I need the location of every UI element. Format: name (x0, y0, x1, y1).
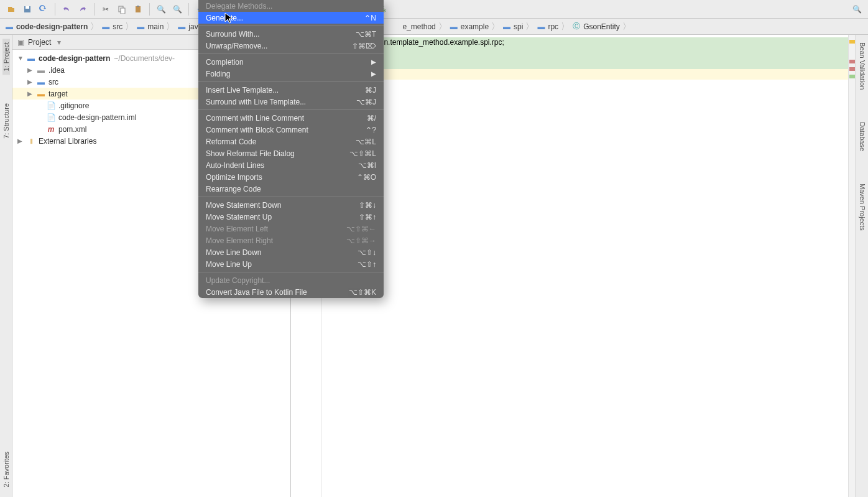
main-toolbar: ✂ 🔍 🔍 ↶ ⚙ ? ⁂ 🔍 (0, 0, 868, 19)
menu-item[interactable]: Rearrange Code (198, 183, 384, 195)
menu-shortcut: ⇧⌘↑ (359, 213, 376, 221)
search-icon[interactable]: 🔍 (849, 2, 864, 17)
paste-icon[interactable] (131, 2, 145, 17)
menu-item-label: Move Line Down (206, 248, 261, 257)
menu-separator (198, 272, 384, 272)
menu-item[interactable]: Comment with Line Comment⌘/ (198, 112, 384, 124)
tab-database[interactable]: Database (859, 118, 866, 155)
tab-project[interactable]: 1: Project (2, 39, 10, 75)
menu-item[interactable]: Insert Live Template...⌘J (198, 84, 384, 96)
menu-item[interactable]: Surround With...⌥⌘T (198, 28, 384, 40)
breadcrumb-item[interactable]: ▬src (100, 22, 124, 31)
marker-strip (848, 35, 856, 497)
menu-item[interactable]: Move Line Up⌥⇧↑ (198, 258, 384, 270)
menu-item[interactable]: Folding▶ (198, 68, 384, 80)
menu-item-label: Comment with Line Comment (206, 114, 304, 123)
breadcrumb-item[interactable]: ▬code-design-pattern (4, 22, 89, 31)
menu-item[interactable]: Unwrap/Remove...⇧⌘⌦ (198, 40, 384, 52)
menu-item[interactable]: Show Reformat File Dialog⌥⇧⌘L (198, 147, 384, 159)
menu-item-label: Comment with Block Comment (206, 126, 308, 134)
menu-item[interactable]: Comment with Block Comment⌃? (198, 124, 384, 136)
svg-rect-5 (137, 6, 139, 7)
menu-item-label: Surround With... (206, 30, 260, 39)
menu-item: Move Element Right⌥⇧⌘→ (198, 235, 384, 246)
breadcrumb-item[interactable]: ▬main (135, 22, 165, 31)
menu-item[interactable]: Generate...⌃N (198, 12, 384, 24)
menu-item[interactable]: Auto-Indent Lines⌥⌘I (198, 159, 384, 171)
submenu-arrow-icon: ▶ (371, 70, 376, 77)
menu-item-label: Show Reformat File Dialog (206, 149, 295, 158)
breadcrumb-item[interactable]: ▬rpc (535, 22, 560, 31)
menu-shortcut: ⌃⌘O (357, 173, 376, 182)
menu-item[interactable]: Completion▶ (198, 56, 384, 68)
collapse-icon[interactable]: ▣ (17, 38, 24, 47)
menu-shortcut: ⌥⇧⌘L (349, 149, 376, 158)
menu-item-label: Reformat Code (206, 137, 256, 146)
error-marker[interactable] (849, 60, 855, 63)
tab-bean-validation[interactable]: Bean Validation (859, 39, 866, 93)
undo-icon[interactable] (59, 2, 74, 17)
breadcrumb-item[interactable]: ⒸGsonEntity (571, 22, 621, 31)
dropdown-icon[interactable]: ▾ (57, 38, 61, 47)
right-tool-strip: Bean Validation Database Maven Projects (856, 35, 868, 497)
menu-item-label: Delegate Methods... (206, 2, 272, 11)
redo-icon[interactable] (75, 2, 90, 17)
save-icon[interactable] (20, 2, 35, 17)
menu-shortcut: ⌃N (364, 14, 376, 22)
submenu-arrow-icon: ▶ (371, 58, 376, 65)
tab-favorites[interactable]: 2: Favorites (2, 448, 10, 491)
menu-item-label: Folding (206, 70, 230, 78)
menu-item-label: Insert Live Template... (206, 86, 279, 95)
info-marker[interactable] (849, 75, 855, 78)
menu-item: Delegate Methods... (198, 0, 384, 12)
tab-maven[interactable]: Maven Projects (859, 180, 866, 235)
menu-separator (198, 109, 384, 110)
menu-shortcut: ⌥⇧↑ (358, 260, 376, 269)
menu-separator (198, 53, 384, 54)
zoom-out-icon[interactable]: 🔍 (170, 2, 185, 17)
menu-item-label: Surround with Live Template... (206, 98, 306, 106)
menu-separator (198, 197, 384, 197)
copy-icon[interactable] (114, 2, 129, 17)
breadcrumb-bar: ▬code-design-pattern〉 ▬src〉 ▬main〉 ▬java… (0, 19, 868, 35)
breadcrumb-item[interactable]: ▬spi (501, 22, 524, 31)
menu-shortcut: ⌥⌘J (356, 98, 376, 106)
menu-item-label: Update Copyright... (206, 276, 270, 285)
svg-rect-3 (121, 8, 125, 14)
svg-rect-1 (25, 6, 29, 9)
menu-item[interactable]: Move Statement Up⇧⌘↑ (198, 211, 384, 223)
cut-icon[interactable]: ✂ (98, 2, 113, 17)
menu-separator (198, 81, 384, 82)
panel-title: Project (28, 38, 51, 47)
warning-marker[interactable] (849, 40, 855, 44)
breadcrumb-item[interactable]: e_method (401, 22, 436, 31)
menu-item[interactable]: Surround with Live Template...⌥⌘J (198, 96, 384, 108)
zoom-in-icon[interactable]: 🔍 (154, 2, 169, 17)
menu-shortcut: ⌘J (365, 86, 376, 95)
menu-shortcut: ⌃? (366, 126, 376, 134)
menu-item-label: Move Line Up (206, 260, 252, 269)
sync-icon[interactable] (36, 2, 51, 17)
separator (94, 3, 95, 16)
menu-item-label: Rearrange Code (206, 185, 261, 193)
menu-item[interactable]: Optimize Imports⌃⌘O (198, 171, 384, 183)
menu-item[interactable]: Reformat Code⌥⌘L (198, 136, 384, 147)
separator (188, 3, 189, 16)
open-icon[interactable] (4, 2, 19, 17)
menu-item[interactable]: Convert Java File to Kotlin File⌥⇧⌘K (198, 286, 384, 298)
separator (55, 3, 55, 16)
menu-shortcut: ⌥⇧⌘K (349, 288, 376, 297)
menu-shortcut: ⌥⇧⌘← (346, 225, 376, 233)
menu-item-label: Completion (206, 58, 244, 67)
menu-shortcut: ⌘/ (367, 114, 376, 123)
menu-item[interactable]: Move Statement Down⇧⌘↓ (198, 199, 384, 211)
code-area[interactable]: .lianggzone.design.template_method.examp… (322, 35, 848, 497)
breadcrumb-item[interactable]: ▬example (448, 22, 490, 31)
menu-item-label: Move Element Right (206, 236, 273, 245)
error-marker[interactable] (849, 67, 855, 71)
menu-item[interactable]: Move Line Down⌥⇧↓ (198, 246, 384, 258)
menu-shortcut: ⇧⌘⌦ (352, 42, 376, 50)
menu-item-label: Optimize Imports (206, 173, 262, 182)
tab-structure[interactable]: 7: Structure (2, 100, 10, 142)
menu-shortcut: ⌥⌘L (356, 137, 376, 146)
